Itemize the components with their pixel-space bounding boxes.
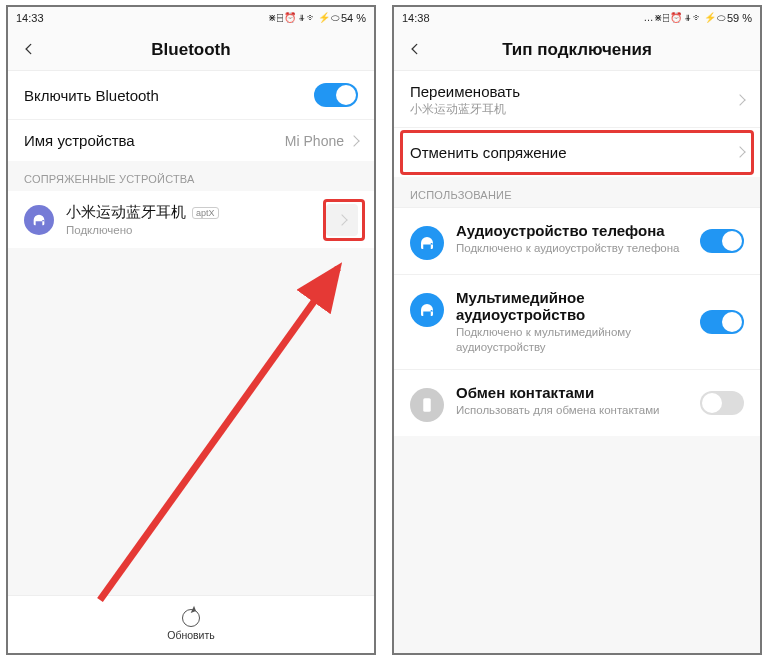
refresh-icon[interactable] xyxy=(182,609,200,627)
status-bar: 14:38 … ⋇ ⌸ ⏰ ⫳ ᯤ ⚡ ⬭ 59 % xyxy=(394,7,760,29)
header: Bluetooth xyxy=(8,29,374,71)
media-audio-sub: Подключено к мультимедийному аудиоустрой… xyxy=(456,325,688,355)
phone-audio-sub: Подключено к аудиоустройству телефона xyxy=(456,241,688,256)
back-button[interactable] xyxy=(408,40,422,61)
status-battery: 54 % xyxy=(341,12,366,24)
back-button[interactable] xyxy=(22,40,36,61)
page-title: Bluetooth xyxy=(151,40,230,60)
row-device-name[interactable]: Имя устройства Mi Phone xyxy=(8,119,374,161)
header: Тип подключения xyxy=(394,29,760,71)
row-media-audio[interactable]: Мультимедийное аудиоустройство Подключен… xyxy=(394,274,760,369)
phone-screen-left: 14:33 ⋇ ⌸ ⏰ ⫳ ᯤ ⚡ ⬭ 54 % Bluetooth Включ… xyxy=(6,5,376,655)
paired-device-row[interactable]: 小米运动蓝牙耳机 aptX Подключено xyxy=(8,191,374,248)
chevron-right-icon xyxy=(348,135,359,146)
chevron-right-icon xyxy=(336,214,347,225)
section-paired-devices: СОПРЯЖЕННЫЕ УСТРОЙСТВА xyxy=(8,161,374,191)
contacts-title: Обмен контактами xyxy=(456,384,688,401)
status-icons: … ⋇ ⌸ ⏰ ⫳ ᯤ ⚡ ⬭ xyxy=(643,12,724,24)
contacts-sub: Использовать для обмена контактами xyxy=(456,403,688,418)
paired-device-name: 小米运动蓝牙耳机 xyxy=(66,203,186,222)
phone-audio-toggle[interactable] xyxy=(700,229,744,253)
chevron-right-icon xyxy=(734,147,745,158)
device-name-value: Mi Phone xyxy=(285,133,344,149)
headphones-icon xyxy=(24,205,54,235)
media-audio-toggle[interactable] xyxy=(700,310,744,334)
page-title: Тип подключения xyxy=(502,40,652,60)
phone-audio-title: Аудиоустройство телефона xyxy=(456,222,688,239)
row-unpair[interactable]: Отменить сопряжение xyxy=(394,127,760,177)
refresh-label[interactable]: Обновить xyxy=(167,629,215,641)
status-time: 14:38 xyxy=(402,12,430,24)
device-details-button[interactable] xyxy=(326,204,358,236)
section-usage: ИСПОЛЬЗОВАНИЕ xyxy=(394,177,760,207)
aptx-badge: aptX xyxy=(192,207,219,219)
row-rename[interactable]: Переименовать 小米运动蓝牙耳机 xyxy=(394,71,760,127)
svg-rect-0 xyxy=(423,398,431,412)
headphones-icon xyxy=(410,226,444,260)
rename-label: Переименовать xyxy=(410,83,520,100)
headphones-icon xyxy=(410,293,444,327)
status-bar: 14:33 ⋇ ⌸ ⏰ ⫳ ᯤ ⚡ ⬭ 54 % xyxy=(8,7,374,29)
paired-device-status: Подключено xyxy=(66,224,314,236)
phone-screen-right: 14:38 … ⋇ ⌸ ⏰ ⫳ ᯤ ⚡ ⬭ 59 % Тип подключен… xyxy=(392,5,762,655)
phone-icon xyxy=(410,388,444,422)
row-phone-audio[interactable]: Аудиоустройство телефона Подключено к ау… xyxy=(394,207,760,274)
contacts-toggle[interactable] xyxy=(700,391,744,415)
chevron-right-icon xyxy=(734,94,745,105)
rename-sub: 小米运动蓝牙耳机 xyxy=(410,102,520,117)
bottom-bar: Обновить xyxy=(8,595,374,653)
enable-bluetooth-label: Включить Bluetooth xyxy=(24,87,159,104)
row-enable-bluetooth[interactable]: Включить Bluetooth xyxy=(8,71,374,119)
status-time: 14:33 xyxy=(16,12,44,24)
row-contacts-share[interactable]: Обмен контактами Использовать для обмена… xyxy=(394,369,760,436)
media-audio-title: Мультимедийное аудиоустройство xyxy=(456,289,688,323)
status-icons: ⋇ ⌸ ⏰ ⫳ ᯤ ⚡ ⬭ xyxy=(268,12,339,24)
device-name-label: Имя устройства xyxy=(24,132,135,149)
bluetooth-toggle[interactable] xyxy=(314,83,358,107)
status-battery: 59 % xyxy=(727,12,752,24)
unpair-label: Отменить сопряжение xyxy=(410,144,567,161)
